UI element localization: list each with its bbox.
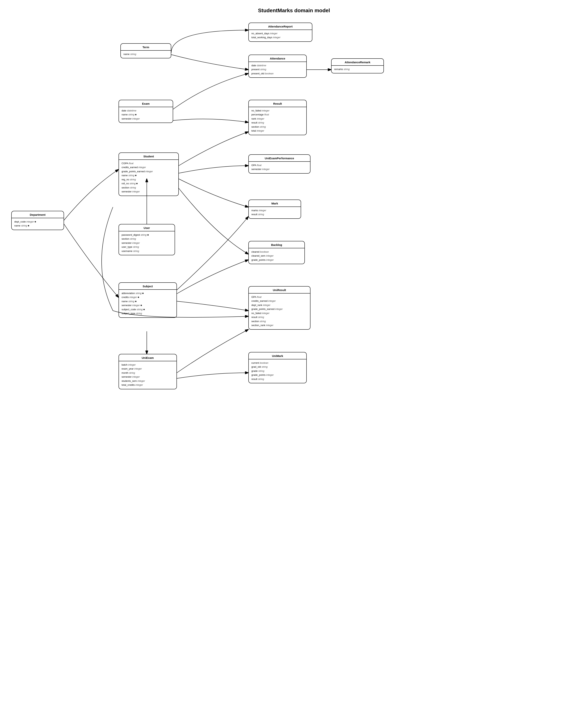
entity-attendancereport: AttendanceReportno_absent_days integerto… xyxy=(248,23,312,42)
entity-uniexam: UniExambatch integerexam_year integermon… xyxy=(119,354,177,389)
entity-body-attendance: date datetimepresent stringpresent_old b… xyxy=(249,62,306,77)
entity-exam: Examdate datetimename string ✱semester i… xyxy=(119,100,173,123)
field-gpa: GPA float xyxy=(251,163,308,167)
field-date: date datetime xyxy=(122,109,170,113)
field-total_working_days: total_working_days integer xyxy=(251,35,309,39)
field-credits: credits integer ✱ xyxy=(122,295,174,299)
entity-header-unimark: UniMark xyxy=(249,352,306,359)
field-total_credits: total_credits integer xyxy=(122,383,174,387)
entity-header-user: User xyxy=(119,224,175,231)
field-dept_rank: dept_rank integer xyxy=(251,303,308,307)
entity-backlog: Backlogcleared booleancleared_sem intege… xyxy=(248,241,305,264)
field-date: date datetime xyxy=(251,63,304,67)
field-semester: semester integer xyxy=(251,167,308,171)
field-section_rank: section_rank integer xyxy=(251,323,308,327)
field-semester: semester integer xyxy=(122,189,176,194)
entity-header-result: Result xyxy=(249,100,306,107)
entity-body-student: CGPA floatcredits_earned integergrade_po… xyxy=(119,160,178,196)
field-reg_no: reg_no string xyxy=(122,178,176,181)
field-subject_code: subject_code string ✱ xyxy=(122,307,174,311)
field-credits_earned: credits_earned integer xyxy=(122,165,176,169)
field-percentage: percentage float xyxy=(251,113,304,117)
field-grade_points: grade_points integer xyxy=(251,258,302,262)
entity-header-attendanceremark: AttendanceRemark xyxy=(332,59,383,66)
entity-body-backlog: cleared booleancleared_sem integergrade_… xyxy=(249,248,304,264)
entity-body-term: name string xyxy=(121,50,171,58)
field-credits_earned: credits_earned integer xyxy=(251,299,308,303)
entity-header-exam: Exam xyxy=(119,100,173,107)
field-current: current boolean xyxy=(251,361,304,365)
entity-body-mark: marks integerresult string xyxy=(249,207,301,218)
field-name: name string ✱ xyxy=(122,174,176,177)
entity-result: Resultno_failed integerpercentage floatr… xyxy=(248,100,307,135)
entity-header-backlog: Backlog xyxy=(249,241,304,248)
entity-header-attendance: Attendance xyxy=(249,55,306,62)
field-name: name string ✱ xyxy=(14,224,61,228)
field-abbreviation: abbreviation string ✱ xyxy=(122,291,174,295)
field-password_digest: password_digest string ✱ xyxy=(122,233,172,237)
field-name: name string ✱ xyxy=(122,113,170,117)
entity-subject: Subjectabbreviation string ✱credits inte… xyxy=(119,282,177,318)
field-username: username string xyxy=(122,249,172,253)
field-grade_points_earned: grade_points_earned integer xyxy=(251,307,308,311)
field-section: section string xyxy=(251,125,304,129)
entity-body-uniresult: GPA floatcredits_earned integerdept_rank… xyxy=(249,294,310,329)
field-grade_points: grade_points integer xyxy=(251,373,304,377)
entity-header-department: Department xyxy=(12,211,64,218)
field-month: month string xyxy=(122,371,174,375)
field-gpa: GPA float xyxy=(251,295,308,299)
field-rank: rank integer xyxy=(251,117,304,121)
entity-header-subject: Subject xyxy=(119,283,176,290)
diagram-container: StudentMarks domain model AttendanceRepo… xyxy=(0,0,588,728)
field-cleared: cleared boolean xyxy=(251,250,302,254)
entity-body-attendancereport: no_absent_days integertotal_working_days… xyxy=(249,30,312,41)
entity-header-mark: Mark xyxy=(249,200,301,207)
entity-body-attendanceremark: remarks string xyxy=(332,66,383,73)
field-grade: grade string xyxy=(251,369,304,373)
entity-header-uniexamperformance: UniExamPerformance xyxy=(249,155,310,162)
entity-user: Userpassword_digest string ✱section stri… xyxy=(119,224,175,255)
entity-header-uniexam: UniExam xyxy=(119,354,176,361)
field-cgpa: CGPA float xyxy=(122,161,176,165)
field-user_type: user_type string xyxy=(122,245,172,249)
field-grade_points_earned: grade_points_earned integer xyxy=(122,169,176,174)
entity-body-unimark: current booleangrad_old stringgrade stri… xyxy=(249,359,306,383)
entity-term: Termname string xyxy=(121,43,171,58)
entity-body-uniexamperformance: GPA floatsemester integer xyxy=(249,162,310,173)
field-present_old: present_old boolean xyxy=(251,72,304,76)
entity-unimark: UniMarkcurrent booleangrad_old stringgra… xyxy=(248,352,307,383)
entity-student: StudentCGPA floatcredits_earned integerg… xyxy=(119,153,179,196)
entity-uniresult: UniResultGPA floatcredits_earned integer… xyxy=(248,286,311,330)
field-cleared_sem: cleared_sem integer xyxy=(251,254,302,258)
field-result: result string xyxy=(251,213,298,216)
field-batch: batch integer xyxy=(122,363,174,367)
field-roll_no: roll_no string ✱ xyxy=(122,181,176,185)
field-semester: semester integer xyxy=(122,117,170,121)
field-marks: marks integer xyxy=(251,208,298,213)
entity-attendance: Attendancedate datetimepresent stringpre… xyxy=(248,55,307,78)
field-no_absent_days: no_absent_days integer xyxy=(251,32,309,35)
field-total: total integer xyxy=(251,129,304,133)
entity-body-department: dept_code integer ✱name string ✱ xyxy=(12,218,64,230)
field-no_failed: no_failed integer xyxy=(251,311,308,315)
field-result: result string xyxy=(251,121,304,125)
entity-attendanceremark: AttendanceRemarkremarks string xyxy=(331,58,384,74)
entity-body-result: no_failed integerpercentage floatrank in… xyxy=(249,107,306,135)
field-semester: semester integer xyxy=(122,375,174,379)
field-grad_old: grad_old string xyxy=(251,365,304,369)
field-result: result string xyxy=(251,315,308,319)
field-section: section string xyxy=(122,237,172,241)
field-semester: semester integer ✱ xyxy=(122,303,174,307)
field-no_failed: no_failed integer xyxy=(251,109,304,113)
field-students_sem: students_sem integer xyxy=(122,379,174,383)
field-section: section string xyxy=(122,186,176,189)
diagram-title: StudentMarks domain model xyxy=(0,7,588,14)
entity-header-uniresult: UniResult xyxy=(249,286,310,294)
entity-header-term: Term xyxy=(121,44,171,50)
entity-header-student: Student xyxy=(119,153,178,160)
entity-body-subject: abbreviation string ✱credits integer ✱na… xyxy=(119,290,176,318)
field-dept_code: dept_code integer ✱ xyxy=(14,220,61,224)
field-section: section string xyxy=(251,319,308,323)
field-remarks: remarks string xyxy=(334,67,381,71)
entity-body-exam: date datetimename string ✱semester integ… xyxy=(119,107,173,123)
